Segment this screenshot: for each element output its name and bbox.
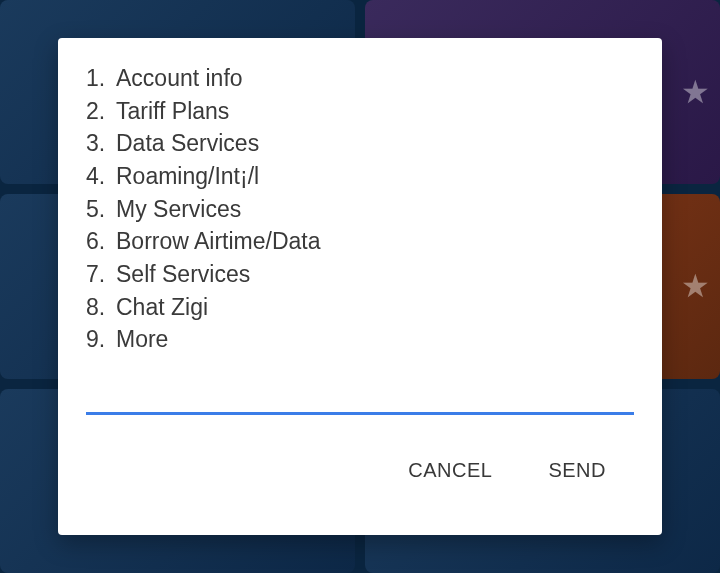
- menu-number: 4.: [86, 160, 110, 193]
- menu-number: 7.: [86, 258, 110, 291]
- ussd-dialog: 1. Account info 2. Tariff Plans 3. Data …: [58, 38, 662, 535]
- menu-label: My Services: [116, 193, 241, 226]
- menu-label: Chat Zigi: [116, 291, 208, 324]
- ussd-input[interactable]: [86, 374, 634, 415]
- menu-item: 5. My Services: [86, 193, 634, 226]
- menu-number: 2.: [86, 95, 110, 128]
- menu-number: 1.: [86, 62, 110, 95]
- menu-item: 7. Self Services: [86, 258, 634, 291]
- menu-item: 8. Chat Zigi: [86, 291, 634, 324]
- star-icon: ★: [681, 267, 710, 305]
- menu-item: 9. More: [86, 323, 634, 356]
- menu-item: 4. Roaming/Int¡/l: [86, 160, 634, 193]
- menu-item: 3. Data Services: [86, 127, 634, 160]
- dialog-actions: CANCEL SEND: [86, 451, 634, 490]
- menu-number: 5.: [86, 193, 110, 226]
- cancel-button[interactable]: CANCEL: [404, 451, 496, 490]
- menu-label: Self Services: [116, 258, 250, 291]
- menu-number: 9.: [86, 323, 110, 356]
- menu-label: Tariff Plans: [116, 95, 229, 128]
- menu-number: 3.: [86, 127, 110, 160]
- menu-label: Data Services: [116, 127, 259, 160]
- star-icon: ★: [681, 73, 710, 111]
- menu-label: Roaming/Int¡/l: [116, 160, 259, 193]
- menu-item: 1. Account info: [86, 62, 634, 95]
- menu-item: 2. Tariff Plans: [86, 95, 634, 128]
- ussd-menu-list: 1. Account info 2. Tariff Plans 3. Data …: [86, 62, 634, 356]
- menu-item: 6. Borrow Airtime/Data: [86, 225, 634, 258]
- menu-label: Account info: [116, 62, 243, 95]
- menu-label: Borrow Airtime/Data: [116, 225, 321, 258]
- menu-label: More: [116, 323, 168, 356]
- ussd-input-wrap: [86, 374, 634, 415]
- send-button[interactable]: SEND: [544, 451, 610, 490]
- menu-number: 8.: [86, 291, 110, 324]
- menu-number: 6.: [86, 225, 110, 258]
